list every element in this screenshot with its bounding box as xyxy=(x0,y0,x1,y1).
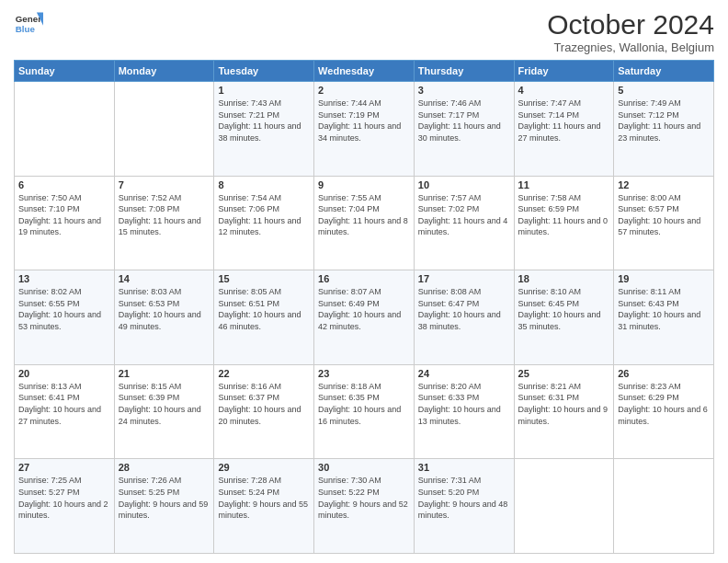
col-tuesday: Tuesday xyxy=(214,61,314,82)
day-number: 31 xyxy=(418,462,510,473)
day-info: Sunrise: 7:28 AMSunset: 5:24 PMDaylight:… xyxy=(218,475,310,521)
day-number: 14 xyxy=(119,273,210,284)
day-number: 24 xyxy=(418,368,510,379)
table-row: 23Sunrise: 8:18 AMSunset: 6:35 PMDayligh… xyxy=(314,364,415,459)
day-number: 8 xyxy=(218,179,310,190)
table-row: 18Sunrise: 8:10 AMSunset: 6:45 PMDayligh… xyxy=(514,270,614,365)
day-info: Sunrise: 7:25 AMSunset: 5:27 PMDaylight:… xyxy=(18,475,110,521)
day-info: Sunrise: 8:10 AMSunset: 6:45 PMDaylight:… xyxy=(518,286,610,332)
calendar-week-1: 1Sunrise: 7:43 AMSunset: 7:21 PMDaylight… xyxy=(15,82,714,177)
table-row: 14Sunrise: 8:03 AMSunset: 6:53 PMDayligh… xyxy=(114,270,214,365)
day-number: 2 xyxy=(318,85,410,96)
day-number: 1 xyxy=(218,85,310,96)
day-number: 3 xyxy=(418,85,510,96)
table-row: 22Sunrise: 8:16 AMSunset: 6:37 PMDayligh… xyxy=(214,364,314,459)
calendar-table: Sunday Monday Tuesday Wednesday Thursday… xyxy=(14,60,714,554)
day-info: Sunrise: 7:57 AMSunset: 7:02 PMDaylight:… xyxy=(418,192,510,238)
col-saturday: Saturday xyxy=(614,61,714,82)
day-info: Sunrise: 7:44 AMSunset: 7:19 PMDaylight:… xyxy=(318,98,410,144)
calendar-week-4: 20Sunrise: 8:13 AMSunset: 6:41 PMDayligh… xyxy=(15,364,714,459)
table-row: 7Sunrise: 7:52 AMSunset: 7:08 PMDaylight… xyxy=(114,176,214,270)
col-thursday: Thursday xyxy=(414,61,514,82)
day-info: Sunrise: 8:20 AMSunset: 6:33 PMDaylight:… xyxy=(418,381,510,427)
day-number: 28 xyxy=(119,462,210,473)
day-number: 25 xyxy=(518,368,610,379)
table-row: 2Sunrise: 7:44 AMSunset: 7:19 PMDaylight… xyxy=(314,82,415,177)
table-row: 8Sunrise: 7:54 AMSunset: 7:06 PMDaylight… xyxy=(214,176,314,270)
col-monday: Monday xyxy=(114,61,214,82)
day-number: 13 xyxy=(18,273,110,284)
location-subtitle: Trazegnies, Wallonia, Belgium xyxy=(547,40,714,54)
table-row: 26Sunrise: 8:23 AMSunset: 6:29 PMDayligh… xyxy=(614,364,714,459)
table-row: 31Sunrise: 7:31 AMSunset: 5:20 PMDayligh… xyxy=(414,459,514,554)
logo-icon: General Blue xyxy=(14,9,43,39)
day-number: 6 xyxy=(18,179,110,190)
day-info: Sunrise: 7:49 AMSunset: 7:12 PMDaylight:… xyxy=(618,98,710,144)
day-info: Sunrise: 8:18 AMSunset: 6:35 PMDaylight:… xyxy=(318,381,410,427)
col-sunday: Sunday xyxy=(15,61,115,82)
calendar-week-3: 13Sunrise: 8:02 AMSunset: 6:55 PMDayligh… xyxy=(15,270,714,365)
table-row: 25Sunrise: 8:21 AMSunset: 6:31 PMDayligh… xyxy=(514,364,614,459)
table-row: 10Sunrise: 7:57 AMSunset: 7:02 PMDayligh… xyxy=(414,176,514,270)
day-info: Sunrise: 7:43 AMSunset: 7:21 PMDaylight:… xyxy=(218,98,310,144)
day-number: 27 xyxy=(18,462,110,473)
day-number: 4 xyxy=(518,85,610,96)
day-number: 19 xyxy=(618,273,710,284)
day-number: 7 xyxy=(119,179,210,190)
calendar-header-row: Sunday Monday Tuesday Wednesday Thursday… xyxy=(15,61,714,82)
table-row: 24Sunrise: 8:20 AMSunset: 6:33 PMDayligh… xyxy=(414,364,514,459)
day-number: 16 xyxy=(318,273,410,284)
day-info: Sunrise: 8:11 AMSunset: 6:43 PMDaylight:… xyxy=(618,286,710,332)
day-number: 21 xyxy=(119,368,210,379)
day-info: Sunrise: 8:07 AMSunset: 6:49 PMDaylight:… xyxy=(318,286,410,332)
table-row: 17Sunrise: 8:08 AMSunset: 6:47 PMDayligh… xyxy=(414,270,514,365)
day-number: 10 xyxy=(418,179,510,190)
day-number: 30 xyxy=(318,462,410,473)
day-number: 15 xyxy=(218,273,310,284)
day-info: Sunrise: 8:08 AMSunset: 6:47 PMDaylight:… xyxy=(418,286,510,332)
table-row: 21Sunrise: 8:15 AMSunset: 6:39 PMDayligh… xyxy=(114,364,214,459)
table-row: 13Sunrise: 8:02 AMSunset: 6:55 PMDayligh… xyxy=(15,270,115,365)
day-info: Sunrise: 8:05 AMSunset: 6:51 PMDaylight:… xyxy=(218,286,310,332)
table-row: 19Sunrise: 8:11 AMSunset: 6:43 PMDayligh… xyxy=(614,270,714,365)
day-number: 20 xyxy=(18,368,110,379)
day-info: Sunrise: 7:26 AMSunset: 5:25 PMDaylight:… xyxy=(119,475,210,521)
table-row: 6Sunrise: 7:50 AMSunset: 7:10 PMDaylight… xyxy=(15,176,115,270)
day-info: Sunrise: 7:52 AMSunset: 7:08 PMDaylight:… xyxy=(119,192,210,238)
day-number: 11 xyxy=(518,179,610,190)
month-title: October 2024 xyxy=(547,9,714,40)
table-row xyxy=(114,82,214,177)
table-row: 12Sunrise: 8:00 AMSunset: 6:57 PMDayligh… xyxy=(614,176,714,270)
table-row: 1Sunrise: 7:43 AMSunset: 7:21 PMDaylight… xyxy=(214,82,314,177)
col-wednesday: Wednesday xyxy=(314,61,415,82)
day-number: 23 xyxy=(318,368,410,379)
table-row: 4Sunrise: 7:47 AMSunset: 7:14 PMDaylight… xyxy=(514,82,614,177)
day-number: 22 xyxy=(218,368,310,379)
table-row xyxy=(15,82,115,177)
day-number: 9 xyxy=(318,179,410,190)
day-number: 5 xyxy=(618,85,710,96)
day-number: 17 xyxy=(418,273,510,284)
day-info: Sunrise: 8:16 AMSunset: 6:37 PMDaylight:… xyxy=(218,381,310,427)
table-row: 20Sunrise: 8:13 AMSunset: 6:41 PMDayligh… xyxy=(15,364,115,459)
day-info: Sunrise: 7:31 AMSunset: 5:20 PMDaylight:… xyxy=(418,475,510,521)
day-info: Sunrise: 7:50 AMSunset: 7:10 PMDaylight:… xyxy=(18,192,110,238)
day-number: 26 xyxy=(618,368,710,379)
day-info: Sunrise: 8:03 AMSunset: 6:53 PMDaylight:… xyxy=(119,286,210,332)
day-info: Sunrise: 8:23 AMSunset: 6:29 PMDaylight:… xyxy=(618,381,710,427)
day-info: Sunrise: 7:58 AMSunset: 6:59 PMDaylight:… xyxy=(518,192,610,238)
day-number: 12 xyxy=(618,179,710,190)
table-row: 28Sunrise: 7:26 AMSunset: 5:25 PMDayligh… xyxy=(114,459,214,554)
table-row xyxy=(514,459,614,554)
table-row: 16Sunrise: 8:07 AMSunset: 6:49 PMDayligh… xyxy=(314,270,415,365)
table-row xyxy=(614,459,714,554)
page-header: General Blue October 2024 Trazegnies, Wa… xyxy=(14,9,714,54)
day-info: Sunrise: 8:00 AMSunset: 6:57 PMDaylight:… xyxy=(618,192,710,238)
day-number: 18 xyxy=(518,273,610,284)
table-row: 29Sunrise: 7:28 AMSunset: 5:24 PMDayligh… xyxy=(214,459,314,554)
day-info: Sunrise: 8:21 AMSunset: 6:31 PMDaylight:… xyxy=(518,381,610,427)
title-area: October 2024 Trazegnies, Wallonia, Belgi… xyxy=(547,9,714,54)
day-number: 29 xyxy=(218,462,310,473)
table-row: 27Sunrise: 7:25 AMSunset: 5:27 PMDayligh… xyxy=(15,459,115,554)
col-friday: Friday xyxy=(514,61,614,82)
